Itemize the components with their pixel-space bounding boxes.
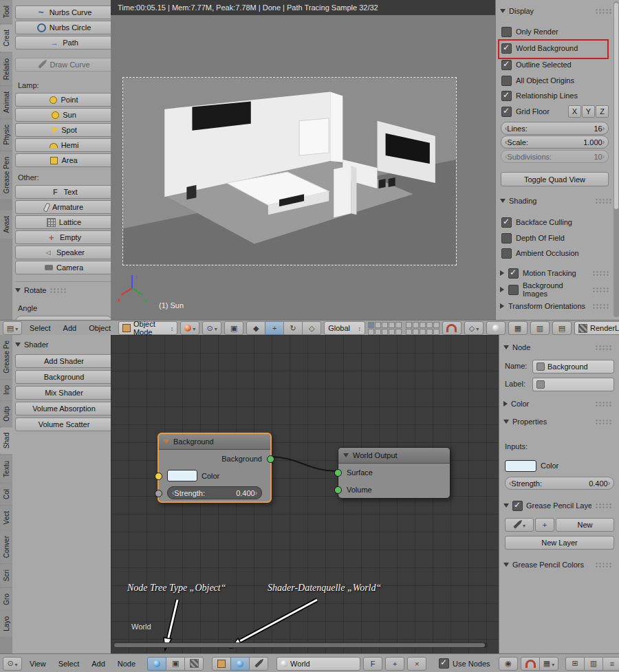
all-object-origins-checkbox[interactable] xyxy=(501,76,512,86)
tab-input[interactable]: Inp xyxy=(0,380,12,400)
grid-lines-slider[interactable]: Lines: 16 xyxy=(501,122,609,135)
unlink-datablock-button[interactable]: × xyxy=(407,657,426,671)
tree-type-shader-toggle[interactable] xyxy=(147,657,166,671)
snap-toggle[interactable] xyxy=(442,321,461,335)
layer-cell[interactable] xyxy=(413,329,419,335)
depth-of-field-checkbox[interactable] xyxy=(501,233,512,243)
backface-culling-row[interactable]: Backface Culling xyxy=(501,215,609,229)
display-panel-header[interactable]: Display xyxy=(500,6,611,17)
tab-tool[interactable]: Tool xyxy=(0,0,12,23)
node-panel-header[interactable]: Node xyxy=(503,342,611,353)
menu-node[interactable]: Node xyxy=(113,660,140,668)
shader-type-linestyle-toggle[interactable] xyxy=(249,657,268,671)
editor-type-button[interactable]: ⊙ xyxy=(3,657,22,671)
background-node[interactable]: Background Background Color Strength: 0.… xyxy=(158,433,272,503)
layer-cell[interactable] xyxy=(389,322,395,328)
layer-cell[interactable] xyxy=(413,322,419,328)
path-button[interactable]: Path xyxy=(15,36,113,50)
tree-type-texture-toggle[interactable] xyxy=(184,657,204,671)
properties-panel-header[interactable]: Properties xyxy=(503,416,611,427)
add-volume-absorption-button[interactable]: Volume Absorption xyxy=(15,402,113,415)
backface-culling-checkbox[interactable] xyxy=(501,217,512,228)
strength-slider[interactable]: Strength: 0.400 xyxy=(167,486,262,499)
motion-tracking-checkbox[interactable] xyxy=(508,268,519,279)
layer-cell[interactable] xyxy=(433,322,439,328)
add-text-button[interactable]: Text xyxy=(15,185,113,199)
toggle-quad-view-button[interactable]: Toggle Quad View xyxy=(501,172,609,186)
layer-cell[interactable] xyxy=(426,322,433,328)
panel-grip[interactable] xyxy=(50,288,66,294)
world-background-checkbox[interactable] xyxy=(501,43,512,54)
collapse-triangle-icon[interactable] xyxy=(164,440,169,444)
volume-input-socket[interactable] xyxy=(334,486,342,494)
add-camera-button[interactable]: Camera xyxy=(15,261,113,274)
nurbs-circle-button[interactable]: Nurbs Circle xyxy=(15,21,113,34)
use-nodes-row[interactable]: Use Nodes xyxy=(439,658,490,669)
grid-floor-checkbox[interactable] xyxy=(501,107,512,117)
viewport-shading-dropdown[interactable] xyxy=(180,321,199,335)
layer-cell[interactable] xyxy=(426,329,433,335)
lamp-sun-button[interactable]: Sun xyxy=(15,108,113,122)
tab-grease-pencil[interactable]: Grease Pen xyxy=(0,151,12,199)
world-datablock-selector[interactable]: World xyxy=(276,657,360,671)
menu-select[interactable]: Select xyxy=(54,660,85,668)
tab-color[interactable]: Col xyxy=(0,484,12,505)
editor-type-button[interactable]: ▤ xyxy=(3,321,22,335)
nurbs-curve-button[interactable]: Nurbs Curve xyxy=(15,6,113,19)
shader-type-object-toggle[interactable] xyxy=(212,657,231,671)
layer-cell[interactable] xyxy=(382,329,388,335)
background-images-checkbox[interactable] xyxy=(508,285,519,295)
manipulator-rotate-toggle[interactable]: ↻ xyxy=(283,321,303,335)
layer-cell[interactable] xyxy=(375,322,381,328)
scrollbar[interactable] xyxy=(613,1,619,317)
background-images-panel-header[interactable]: Background Images xyxy=(500,283,609,296)
world-background-row[interactable]: World Background xyxy=(501,41,609,55)
menu-add[interactable]: Add xyxy=(58,324,82,332)
add-shader-button[interactable]: Add Shader xyxy=(15,354,113,368)
menu-add[interactable]: Add xyxy=(87,660,110,668)
backdrop-toggle[interactable]: ⊞ xyxy=(565,657,585,671)
manipulator-pointer-toggle[interactable]: ◆ xyxy=(246,321,265,335)
tab-group[interactable]: Gro xyxy=(0,588,12,611)
layer-cell[interactable] xyxy=(375,329,381,335)
panel-grip[interactable] xyxy=(595,562,611,568)
motion-tracking-panel-header[interactable]: Motion Tracking xyxy=(500,266,609,280)
add-mix-shader-button[interactable]: Mix Shader xyxy=(15,386,113,400)
color-swatch[interactable] xyxy=(167,470,197,481)
shader-type-world-toggle[interactable] xyxy=(230,657,250,671)
tab-vector[interactable]: Vect xyxy=(0,506,12,530)
rotate-panel-header[interactable]: Rotate xyxy=(15,281,113,294)
relationship-lines-checkbox[interactable] xyxy=(501,91,512,101)
panel-grip[interactable] xyxy=(595,198,611,204)
tree-type-compositing-toggle[interactable]: ▣ xyxy=(166,657,185,671)
outline-selected-row[interactable]: Outline Selected xyxy=(501,58,609,72)
subdivisions-slider[interactable]: Subdivisions: 10 xyxy=(501,150,609,163)
copy-button[interactable]: ▥ xyxy=(584,657,603,671)
header-extra-button-2[interactable]: ▤ xyxy=(552,321,572,335)
pivot-align-toggle[interactable]: ▣ xyxy=(224,321,243,335)
tab-output[interactable]: Outp xyxy=(0,401,12,427)
layer-cell[interactable] xyxy=(395,329,402,335)
snap-mode-dropdown[interactable]: ▦ xyxy=(539,657,558,671)
add-armature-button[interactable]: Armature xyxy=(15,200,113,214)
add-volume-scatter-button[interactable]: Volume Scatter xyxy=(15,418,113,431)
panel-grip[interactable] xyxy=(595,8,611,14)
grid-scale-slider[interactable]: Scale: 1.000 xyxy=(501,136,609,149)
new-datablock-button[interactable]: + xyxy=(385,657,404,671)
node-header[interactable]: Background xyxy=(159,434,270,450)
orientation-dropdown[interactable]: Global xyxy=(324,321,365,335)
output-socket[interactable] xyxy=(267,455,274,463)
add-speaker-button[interactable]: Speaker xyxy=(15,246,113,259)
opengl-render-button[interactable] xyxy=(486,321,506,335)
lamp-point-button[interactable]: Point xyxy=(15,93,113,107)
panel-grip[interactable] xyxy=(592,287,609,293)
layer-cell[interactable] xyxy=(420,329,426,335)
lamp-hemi-button[interactable]: Hemi xyxy=(15,138,113,152)
layer-cell[interactable] xyxy=(368,322,374,328)
ambient-occlusion-checkbox[interactable] xyxy=(501,248,512,259)
tab-physics[interactable]: Physic xyxy=(0,119,12,150)
shading-panel-header[interactable]: Shading xyxy=(500,195,611,206)
tab-texture[interactable]: Textu xyxy=(0,455,12,483)
color-panel-header[interactable]: Color xyxy=(503,398,611,409)
manipulator-translate-toggle[interactable]: + xyxy=(265,321,284,335)
